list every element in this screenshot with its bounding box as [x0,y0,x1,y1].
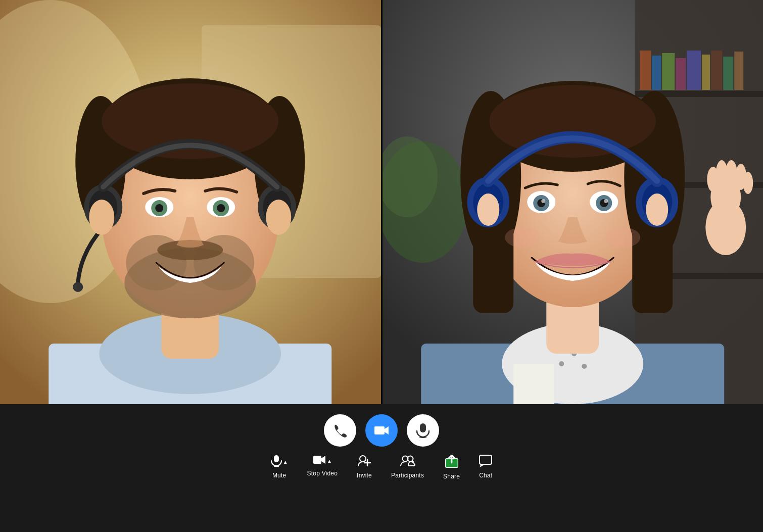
svg-point-56 [582,364,587,369]
share-label: Share [443,473,460,480]
svg-rect-35 [652,56,661,90]
participants-button[interactable]: Participants [391,455,424,479]
svg-rect-93 [274,455,279,462]
svg-rect-90 [420,423,426,432]
secondary-controls: ▲ Mute ▲ Stop Video [271,455,493,480]
participants-label: Participants [391,472,424,479]
svg-rect-41 [723,57,733,90]
svg-point-72 [604,199,608,203]
stop-video-button[interactable]: ▲ Stop Video [307,455,338,477]
stop-video-label: Stop Video [307,470,338,477]
chat-label: Chat [479,472,492,479]
mute-button[interactable]: ▲ Mute [271,455,288,479]
svg-point-28 [266,200,291,235]
svg-point-97 [360,456,366,462]
participants-icon [400,455,415,470]
svg-point-87 [505,227,540,248]
mic-button[interactable] [407,414,439,447]
stop-video-icon [313,455,326,468]
mute-chevron-icon: ▲ [283,459,288,465]
video-tile-left [0,0,383,404]
svg-rect-89 [374,426,385,434]
share-button[interactable]: Share [443,455,460,480]
mute-label: Mute [272,472,286,479]
svg-rect-40 [711,51,722,90]
svg-point-55 [559,361,564,366]
svg-point-85 [743,172,753,194]
invite-icon [358,455,371,470]
svg-rect-36 [662,53,675,90]
mute-icon [271,455,282,470]
svg-point-27 [89,200,114,235]
svg-point-77 [477,194,499,226]
svg-rect-63 [473,212,513,313]
svg-rect-38 [687,51,701,90]
svg-rect-34 [640,51,651,90]
video-button[interactable] [365,414,398,447]
svg-point-88 [605,227,640,248]
svg-point-20 [155,204,163,212]
svg-rect-86 [513,364,554,404]
video-tile-right [383,0,764,404]
svg-rect-39 [702,55,710,90]
svg-point-78 [646,194,668,226]
main-controls [324,414,439,447]
svg-point-26 [73,282,83,292]
video-grid [0,0,763,404]
stop-video-chevron-icon: ▲ [327,458,332,464]
svg-rect-96 [313,456,321,464]
svg-rect-106 [480,455,492,464]
share-icon [445,455,458,471]
chat-icon [479,455,492,470]
svg-rect-37 [676,58,686,90]
toolbar: ▲ Mute ▲ Stop Video [0,404,763,532]
phone-button[interactable] [324,414,356,447]
svg-point-21 [217,204,225,212]
chat-button[interactable]: Chat [479,455,492,479]
invite-label: Invite [357,472,372,479]
invite-button[interactable]: Invite [357,455,372,479]
svg-rect-64 [632,212,673,313]
svg-rect-42 [734,52,743,90]
svg-point-62 [489,85,656,158]
svg-point-71 [541,199,545,203]
